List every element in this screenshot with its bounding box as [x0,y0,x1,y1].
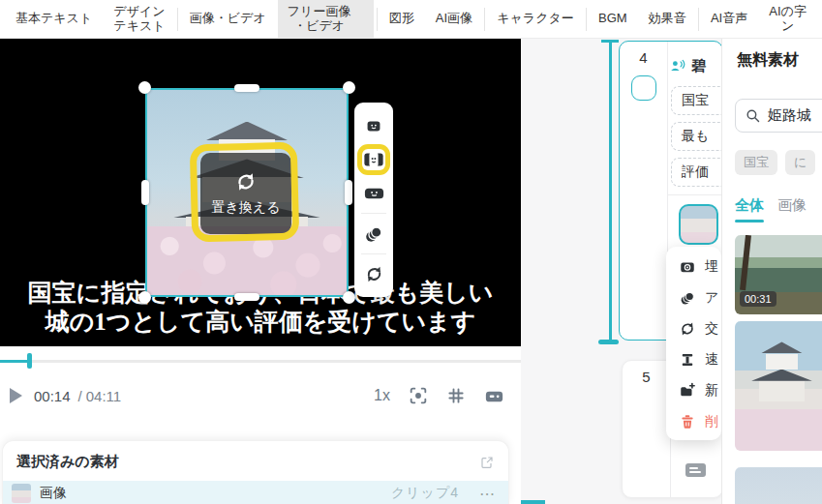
tab-design-text[interactable]: デザイン テキスト [104,1,174,37]
clip-number: 4 [620,49,667,66]
tab-image-video[interactable]: 画像・ビデオ [180,8,276,29]
tab-all-assets[interactable]: 全体 [735,196,764,222]
open-external-icon[interactable] [479,455,495,470]
menu-item-label: 新 [705,382,718,400]
castle-roof [761,341,804,353]
keyword-chip[interactable]: に [785,150,815,175]
video-preview-canvas[interactable]: 国宝に指定されており、日本で最も美しい 城の1つとして高い評価を受けています [0,39,521,346]
resize-handle-n[interactable] [234,84,259,92]
free-assets-panel: 無料素材 姫路城 国宝 に 全体 画像 00:31 [721,39,822,504]
menu-item-swap[interactable]: 交 [666,313,721,344]
fit-wide-frame-icon [363,182,385,204]
subtitle-line-2: 城の1つとして高い評価を受けています [0,308,521,337]
asset-thumbnail-video[interactable]: 00:31 [735,235,822,314]
fit-portrait-crop-button[interactable] [354,142,393,176]
menu-item-label: ア [705,289,718,307]
more-options-icon[interactable]: ⋯ [479,485,495,503]
fit-portrait-crop-icon [362,149,385,170]
play-button[interactable] [10,388,22,403]
resize-handle-se[interactable] [343,291,355,304]
aspect-ratio-icon[interactable] [483,385,505,407]
selected-materials-panel: 選択済みの素材 画像 クリップ4 ⋯ [2,440,509,504]
preview-column: 国宝に指定されており、日本で最も美しい 城の1つとして高い評価を受けています [0,39,521,504]
menu-item-label: 埋 [705,258,718,276]
resize-handle-w[interactable] [141,180,149,205]
asset-filter-tabs: 全体 画像 [735,196,807,222]
search-value: 姫路城 [768,106,811,125]
current-time: 00:14 [34,388,71,404]
resize-handle-nw[interactable] [138,81,151,94]
swap-button[interactable] [354,257,393,291]
toolbar-divider [361,253,386,254]
menu-item-label: 速 [705,351,718,369]
swap-icon [679,320,696,338]
playhead-handle[interactable] [27,353,32,369]
tab-separator [484,8,485,31]
tab-shapes[interactable]: 図形 [380,8,424,29]
grid-icon[interactable] [446,386,466,405]
fit-wide-frame-button[interactable] [354,176,393,210]
toolbar-divider [361,213,386,214]
menu-item-label: 削 [705,413,718,430]
subtitle-chip-3[interactable]: 評価 [671,158,721,187]
script-column: 4 碧 国宝 最も 評価 [521,39,721,504]
asset-search-input[interactable]: 姫路城 [735,99,822,133]
material-row-image[interactable]: 画像 クリップ4 ⋯ [3,481,508,504]
resize-handle-ne[interactable] [343,81,355,94]
video-duration-badge: 00:31 [740,291,776,307]
castle-keep [766,354,797,370]
transport-controls: 00:14 / 04:11 1x [0,375,521,416]
speaker-row[interactable]: 碧 [669,57,706,75]
resize-handle-e[interactable] [345,180,352,205]
lens-frame-icon [679,258,696,276]
asset-thumbnail-castle[interactable] [735,321,822,451]
menu-item-new-clip[interactable]: 新 [666,375,721,406]
tab-free-image-video[interactable]: フリー画像 ・ビデオ [278,0,375,39]
selected-materials-title: 選択済みの素材 [16,453,119,471]
tab-sound-effect[interactable]: 効果音 [639,8,696,29]
layers-icon [363,223,384,245]
time-separator: / [78,388,82,404]
tab-image-assets[interactable]: 画像 [777,196,807,222]
menu-item-fill-frame[interactable]: 埋 [666,252,721,282]
seek-track[interactable] [0,360,521,363]
clip-bracket-bottom[interactable] [598,340,619,344]
new-clip-icon [679,382,696,400]
fit-small-frame-icon [363,115,384,136]
resize-handle-s[interactable] [234,293,259,301]
tab-basic-text[interactable]: 基本テキスト [6,8,102,29]
menu-item-delete[interactable]: 削 [666,406,721,437]
clip-number-column: 4 [620,42,668,340]
tree-silhouette [740,235,751,291]
clip-checkbox[interactable] [631,75,656,101]
playback-speed-button[interactable]: 1x [374,387,390,404]
tab-bgm[interactable]: BGM [589,8,637,29]
resize-handle-sw[interactable] [138,291,151,304]
tutorial-highlight-ring [190,142,300,243]
fit-small-frame-button[interactable] [354,108,393,142]
asset-thumbnail-sky[interactable] [735,467,822,504]
subtitle-chip-2[interactable]: 最も [671,122,721,151]
subtitle-chip-1[interactable]: 国宝 [671,86,721,115]
tab-separator [698,8,699,31]
layers-button[interactable] [354,217,393,251]
tab-character[interactable]: キャラクター [487,8,584,29]
trash-icon [679,413,696,430]
next-clip-bracket [521,500,545,504]
keyword-chip[interactable]: 国宝 [735,150,777,175]
tab-ai-voice[interactable]: AI音声 [701,8,757,29]
clip-image-thumbnail[interactable] [679,204,718,245]
screenshot-capture-icon[interactable] [408,385,429,406]
menu-item-duration[interactable]: 速 [666,344,721,375]
seek-bar[interactable] [0,346,521,375]
menu-item-animation[interactable]: ア [666,282,721,313]
tab-separator [177,8,178,31]
tab-ai-image[interactable]: AI画像 [426,8,482,29]
asset-tabbar: 基本テキスト デザイン テキスト 画像・ビデオ フリー画像 ・ビデオ 図形 AI… [0,0,822,39]
castle-keep [759,381,806,401]
clip-number-column: 5 [623,361,671,497]
clip-number: 5 [623,369,670,385]
ibeam-icon [679,351,696,369]
tab-ai-subtitle[interactable]: AIの字 ン [759,1,816,37]
selected-image-clip[interactable]: 置き換える [145,88,349,297]
